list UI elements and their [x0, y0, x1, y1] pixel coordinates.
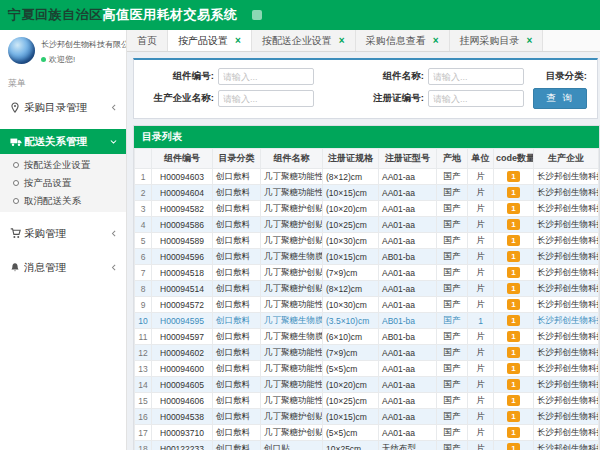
code-count-badge[interactable]: 1: [507, 379, 519, 391]
table-row[interactable]: 8H00094514创口敷料几丁聚糖护创贴（(8×12)cmAA01-aa国产片…: [135, 281, 599, 297]
tab-close-icon[interactable]: ×: [339, 36, 345, 46]
manufacturer-input[interactable]: [218, 90, 314, 107]
component-name-input[interactable]: [428, 68, 524, 85]
table-cell: 国产: [437, 345, 468, 361]
catalog-class-label: 目录分类:: [546, 70, 591, 83]
table-row[interactable]: 3H00094582创口敷料几丁聚糖护创贴（(10×20)cmAA01-aa国产…: [135, 201, 599, 217]
code-count-badge[interactable]: 1: [507, 411, 519, 423]
table-cell: H00094596: [152, 249, 213, 265]
table-cell: 创口敷料: [213, 425, 261, 441]
tab-4[interactable]: 采购信息查看×: [356, 30, 450, 51]
sidebar-item-label: 采购管理: [24, 227, 110, 241]
table-cell: 片: [468, 409, 494, 425]
tab-1[interactable]: 首页: [127, 30, 168, 51]
table-cell: 片: [468, 329, 494, 345]
sidebar-item-4[interactable]: 消息管理: [0, 255, 126, 280]
table-cell: 创口敷料: [213, 361, 261, 377]
table-cell: (10×25)cm: [323, 217, 379, 233]
table-cell: H00094514: [152, 281, 213, 297]
table-row[interactable]: 7H00094518创口敷料几丁聚糖护创贴（(7×9)cmAA01-aa国产片1…: [135, 265, 599, 281]
table-cell: (6×10)cm: [323, 329, 379, 345]
column-header: 组件编号: [152, 149, 213, 169]
table-cell: 片: [468, 345, 494, 361]
table-row[interactable]: 11H00094597创口敷料几丁聚糖生物膜(6×10)cmAB01-ba国产片…: [135, 329, 599, 345]
table-row[interactable]: 6H00094596创口敷料几丁聚糖生物膜(10×15)cmAB01-ba国产片…: [135, 249, 599, 265]
cert-no-input[interactable]: [428, 90, 524, 107]
table-row[interactable]: 5H00094589创口敷料几丁聚糖护创贴（(10×30)cmAA01-aa国产…: [135, 233, 599, 249]
sidebar-item-3[interactable]: 采购管理: [0, 221, 126, 246]
submenu-item[interactable]: 取消配送关系: [0, 192, 126, 210]
code-count-badge[interactable]: 1: [507, 299, 519, 311]
table-cell: (3.5×10)cm: [323, 313, 379, 329]
code-count-badge[interactable]: 1: [507, 187, 519, 199]
table-row[interactable]: 16H00094538创口敷料几丁聚糖护创贴（(10×15)cmAA01-aa国…: [135, 409, 599, 425]
table-row[interactable]: 17H00093710创口敷料几丁聚糖护创贴（(5×5)cmAA01-aa国产片…: [135, 425, 599, 441]
table-cell: 几丁聚糖护创贴（: [261, 281, 323, 297]
code-count-badge[interactable]: 1: [507, 283, 519, 295]
code-count-badge[interactable]: 1: [507, 347, 519, 359]
tab-close-icon[interactable]: ×: [235, 36, 241, 46]
sidebar-item-2[interactable]: 配送关系管理: [0, 129, 126, 154]
table-cell: 长沙邦创生物科技有限公司: [534, 345, 599, 361]
component-no-input[interactable]: [218, 68, 314, 85]
filter-panel: 组件编号: 组件名称: 目录分类: 生产企业名称: 注册证编号: 查 询: [133, 58, 598, 119]
table-cell: AA01-aa: [379, 185, 437, 201]
table-row[interactable]: 1H00094603创口敷料几丁聚糖功能性护(8×12)cmAA01-aa国产片…: [135, 169, 599, 185]
tab-close-icon[interactable]: ×: [433, 36, 439, 46]
code-count-cell: 1: [494, 441, 534, 450]
table-row[interactable]: 2H00094604创口敷料几丁聚糖功能性护(10×15)cmAA01-aa国产…: [135, 185, 599, 201]
code-count-badge[interactable]: 1: [507, 395, 519, 407]
code-count-badge[interactable]: 1: [507, 235, 519, 247]
welcome-text: 欢迎您!: [49, 54, 75, 65]
content-area: 组件编号: 组件名称: 目录分类: 生产企业名称: 注册证编号: 查 询 目录列…: [127, 52, 600, 450]
table-row[interactable]: 12H00094602创口敷料几丁聚糖功能性护(7×9)cmAA01-aa国产片…: [135, 345, 599, 361]
table-row[interactable]: 10H00094595创口敷料几丁聚糖生物膜(3.5×10)cmAB01-ba国…: [135, 313, 599, 329]
chevron-down-icon: [109, 138, 118, 146]
table-cell: 1: [468, 313, 494, 329]
tab-2[interactable]: 按产品设置×: [168, 30, 252, 51]
table-cell: (8×12)cm: [323, 169, 379, 185]
sidebar-toggle-icon[interactable]: [252, 10, 262, 20]
table-cell: 长沙邦创生物科技有限公司: [534, 377, 599, 393]
table-cell: 15: [135, 393, 152, 409]
sidebar-item-1[interactable]: 采购目录管理: [0, 95, 126, 120]
table-cell: (10×30)cm: [323, 297, 379, 313]
column-header: 产地: [437, 149, 468, 169]
submenu-item[interactable]: 按产品设置: [0, 174, 126, 192]
table-row[interactable]: 18H00122233创口敷料创口贴10×25cm无纺布型国产片1长沙邦创生物科…: [135, 441, 599, 450]
table-row[interactable]: 4H00094586创口敷料几丁聚糖护创贴（(10×25)cmAA01-aa国产…: [135, 217, 599, 233]
search-button[interactable]: 查 询: [533, 88, 587, 109]
table-cell: AA01-aa: [379, 169, 437, 185]
table-cell: 4: [135, 217, 152, 233]
code-count-badge[interactable]: 1: [507, 315, 519, 327]
code-count-badge[interactable]: 1: [507, 203, 519, 215]
table-cell: 8: [135, 281, 152, 297]
code-count-badge[interactable]: 1: [507, 331, 519, 343]
code-count-cell: 1: [494, 345, 534, 361]
table-cell: 片: [468, 441, 494, 450]
table-cell: (5×5)cm: [323, 361, 379, 377]
code-count-badge[interactable]: 1: [507, 251, 519, 263]
table-cell: 9: [135, 297, 152, 313]
code-count-badge[interactable]: 1: [507, 171, 519, 183]
table-cell: 创口敷料: [213, 329, 261, 345]
table-row[interactable]: 14H00094605创口敷料几丁聚糖功能性护(10×20)cmAA01-aa国…: [135, 377, 599, 393]
table-cell: 几丁聚糖功能性护: [261, 361, 323, 377]
submenu-item[interactable]: 按配送企业设置: [0, 156, 126, 174]
table-row[interactable]: 9H00094572创口敷料几丁聚糖功能性护(10×30)cmAA01-aa国产…: [135, 297, 599, 313]
code-count-badge[interactable]: 1: [507, 443, 519, 450]
code-count-badge[interactable]: 1: [507, 427, 519, 439]
code-count-badge[interactable]: 1: [507, 267, 519, 279]
component-no-label: 组件编号:: [136, 70, 214, 83]
sidebar-item-label: 消息管理: [24, 261, 110, 275]
bell-icon: [10, 262, 24, 273]
tab-close-icon[interactable]: ×: [527, 36, 533, 46]
table-row[interactable]: 13H00094600创口敷料几丁聚糖功能性护(5×5)cmAA01-aa国产片…: [135, 361, 599, 377]
table-row[interactable]: 15H00094606创口敷料几丁聚糖功能性护(10×25)cmAA01-aa国…: [135, 393, 599, 409]
tab-3[interactable]: 按配送企业设置×: [252, 30, 356, 51]
tab-5[interactable]: 挂网采购目录×: [450, 30, 544, 51]
code-count-badge[interactable]: 1: [507, 219, 519, 231]
code-count-badge[interactable]: 1: [507, 363, 519, 375]
cert-no-label: 注册证编号:: [340, 92, 424, 105]
table-cell: 国产: [437, 249, 468, 265]
